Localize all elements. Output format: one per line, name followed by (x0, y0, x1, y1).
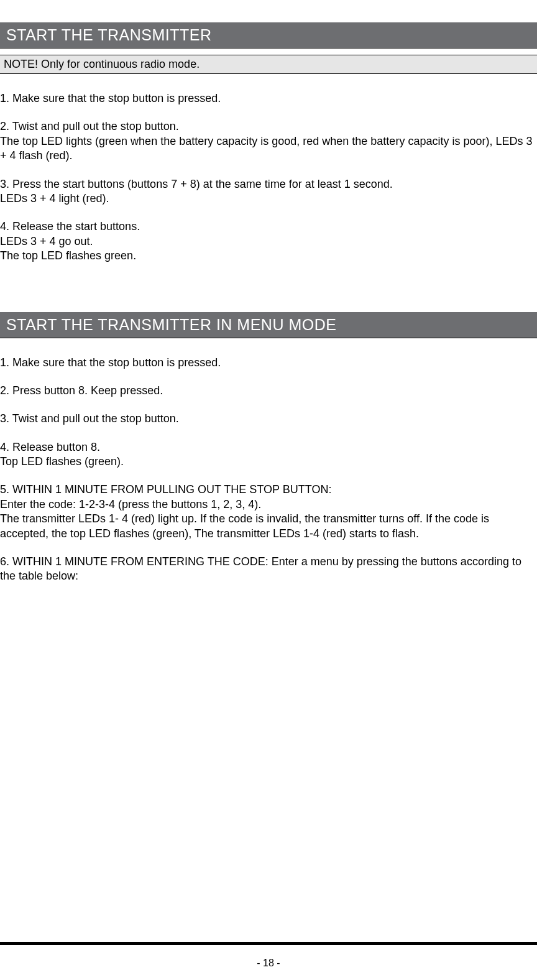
step-6: 6. WITHIN 1 MINUTE FROM ENTERING THE COD… (0, 555, 537, 584)
section-title: START THE TRANSMITTER (6, 26, 211, 44)
section1-body: 1. Make sure that the stop button is pre… (0, 91, 537, 264)
step-5: 5. WITHIN 1 MINUTE FROM PULLING OUT THE … (0, 483, 537, 541)
step-1: 1. Make sure that the stop button is pre… (0, 356, 537, 370)
footer-rule (0, 942, 537, 945)
section-heading-start-transmitter: START THE TRANSMITTER (0, 22, 537, 49)
page-content: START THE TRANSMITTER NOTE! Only for con… (0, 22, 537, 584)
step-1: 1. Make sure that the stop button is pre… (0, 91, 537, 106)
note-text: NOTE! Only for continuous radio mode. (4, 58, 200, 70)
step-4: 4. Release button 8. Top LED flashes (gr… (0, 440, 537, 469)
page-number-text: - 18 - (257, 958, 280, 968)
section-title: START THE TRANSMITTER IN MENU MODE (6, 316, 336, 333)
section2-body: 1. Make sure that the stop button is pre… (0, 356, 537, 584)
page-number: - 18 - (0, 958, 537, 969)
step-3: 3. Press the start buttons (buttons 7 + … (0, 177, 537, 206)
step-2: 2. Press button 8. Keep pressed. (0, 384, 537, 398)
step-2: 2. Twist and pull out the stop button. T… (0, 119, 537, 163)
section-heading-menu-mode: START THE TRANSMITTER IN MENU MODE (0, 312, 537, 338)
note-box: NOTE! Only for continuous radio mode. (0, 55, 537, 74)
step-4: 4. Release the start buttons. LEDs 3 + 4… (0, 220, 537, 263)
step-3: 3. Twist and pull out the stop button. (0, 412, 537, 426)
